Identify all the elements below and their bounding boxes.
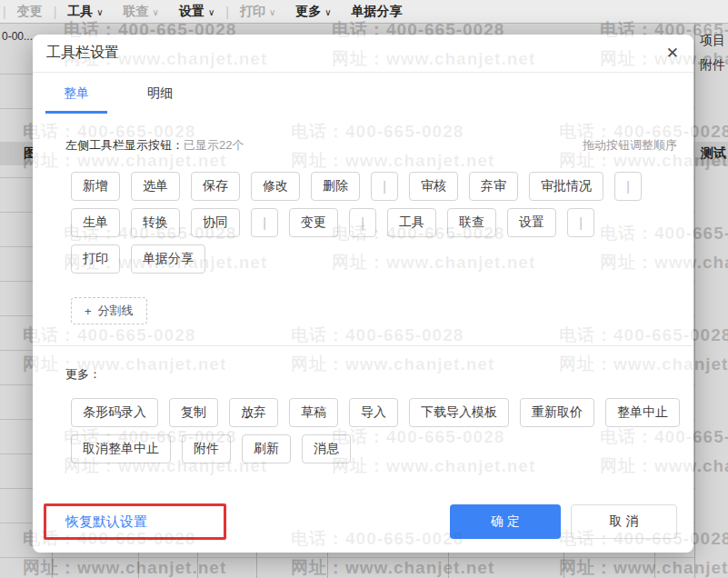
tool-button[interactable]: 条形码录入 <box>71 398 158 427</box>
displayed-buttons-area: 新增选单保存修改删除|审核弃审审批情况|生单转换协同|变更|工具联查设置|打印单… <box>71 172 677 274</box>
separator-pipe-button[interactable]: | <box>251 208 278 237</box>
toolbar-menu-label: 设置 <box>179 4 204 20</box>
tool-button[interactable]: 协同 <box>191 208 240 237</box>
tool-button[interactable]: 打印 <box>71 244 120 274</box>
toolbar-menu-item[interactable]: 设置∨ <box>179 4 214 20</box>
chevron-down-icon: ∨ <box>324 7 331 17</box>
toolbar-menu-item[interactable]: 变更 <box>17 4 43 20</box>
tool-button[interactable]: 刷新 <box>242 434 291 463</box>
tool-button[interactable]: 变更 <box>289 208 338 237</box>
plus-icon: + <box>85 304 92 318</box>
chevron-down-icon: ∨ <box>96 7 103 17</box>
toolbar-separator: | <box>225 5 229 19</box>
more-buttons-area: 条形码录入复制放弃草稿导入下载导入模板重新取价整单中止取消整单中止附件刷新消息 <box>71 398 677 463</box>
button-row: 条形码录入复制放弃草稿导入下载导入模板重新取价整单中止 <box>71 398 677 427</box>
display-summary: 左侧工具栏显示按钮：已显示22个 拖动按钮调整顺序 <box>65 137 677 154</box>
tool-button[interactable]: 消息 <box>302 434 351 463</box>
watermark-text: 电话：400-665-0028 <box>559 324 693 347</box>
dialog-tab[interactable]: 明细 <box>129 85 191 114</box>
dialog-title: 工具栏设置 <box>46 44 119 63</box>
tool-button[interactable]: 放弃 <box>229 398 278 427</box>
more-label: 更多： <box>65 366 693 383</box>
tool-button[interactable]: 附件 <box>182 434 231 463</box>
toolbar-menu-item[interactable]: 更多∨ <box>295 4 331 20</box>
tool-button[interactable]: 下载导入模板 <box>409 398 509 427</box>
tool-button[interactable]: 导入 <box>349 398 398 427</box>
toolbar-menu-label: 联查 <box>124 4 149 20</box>
restore-defaults-link[interactable]: 恢复默认设置 <box>65 513 147 531</box>
chevron-down-icon: ∨ <box>153 7 159 17</box>
toolbar-menu-item[interactable]: 联查∨ <box>124 4 159 20</box>
dialog-footer: 恢复默认设置 确 定 取 消 <box>44 502 677 542</box>
section-divider <box>33 345 693 346</box>
chevron-down-icon: ∨ <box>208 7 214 17</box>
tool-button[interactable]: 选单 <box>131 172 180 201</box>
tool-button[interactable]: 重新取价 <box>520 398 594 427</box>
toolbar-menu-item[interactable]: 工具∨ <box>67 4 103 20</box>
display-label: 左侧工具栏显示按钮： <box>65 138 184 152</box>
watermark-text: 电话：400-665-0028 <box>33 324 195 347</box>
tool-button[interactable]: 修改 <box>251 172 300 201</box>
chevron-down-icon: ∨ <box>269 7 275 17</box>
tool-button[interactable]: 生单 <box>71 208 120 237</box>
confirm-button[interactable]: 确 定 <box>450 504 561 539</box>
toolbar-menu-item[interactable]: 单据分享 <box>352 4 403 20</box>
toolbar-menu-label: 变更 <box>17 4 43 20</box>
display-count: 已显示22个 <box>184 138 244 152</box>
button-row: 打印单据分享 <box>71 244 677 274</box>
toolbar-settings-dialog: 工具栏设置 ✕ 整单明细 左侧工具栏显示按钮：已显示22个 拖动按钮调整顺序 新… <box>33 35 693 553</box>
annotation-highlight-box: 恢复默认设置 <box>44 503 226 540</box>
tool-button[interactable]: 设置 <box>507 208 556 237</box>
tool-button[interactable]: 审批情况 <box>529 172 603 201</box>
tool-button[interactable]: 联查 <box>447 208 496 237</box>
tool-button[interactable]: 保存 <box>191 172 240 201</box>
tool-button[interactable]: 复制 <box>169 398 218 427</box>
add-divider-label: 分割线 <box>98 303 134 319</box>
toolbar-menu-item[interactable]: 打印∨ <box>240 4 275 20</box>
dialog-tabs: 整单明细 <box>45 85 693 114</box>
close-icon[interactable]: ✕ <box>666 45 679 61</box>
toolbar-menu-label: 打印 <box>240 4 265 20</box>
cancel-button[interactable]: 取 消 <box>571 504 677 539</box>
dialog-tab[interactable]: 整单 <box>45 85 107 114</box>
tool-button[interactable]: 取消整单中止 <box>71 434 171 463</box>
button-row: 生单转换协同|变更|工具联查设置| <box>71 208 677 237</box>
separator-pipe-button[interactable]: | <box>349 208 376 237</box>
toolbar-menu-label: 工具 <box>67 4 93 20</box>
tool-button[interactable]: 审核 <box>409 172 458 201</box>
tool-button[interactable]: 弃审 <box>469 172 518 201</box>
tool-button[interactable]: 删除 <box>311 172 360 201</box>
tool-button[interactable]: 单据分享 <box>131 244 205 274</box>
tool-button[interactable]: 草稿 <box>289 398 338 427</box>
separator-pipe-button[interactable]: | <box>614 172 642 201</box>
dialog-header: 工具栏设置 ✕ <box>33 35 693 73</box>
separator-pipe-button[interactable]: | <box>371 172 398 201</box>
toolbar-menu-label: 单据分享 <box>352 4 403 20</box>
tool-button[interactable]: 整单中止 <box>605 398 680 427</box>
add-divider-button[interactable]: + 分割线 <box>71 297 147 324</box>
tool-button[interactable]: 工具 <box>387 208 436 237</box>
footer-actions: 确 定 取 消 <box>450 504 677 539</box>
button-row: 取消整单中止附件刷新消息 <box>71 434 677 463</box>
toolbar-menu-label: 更多 <box>295 4 321 20</box>
drag-hint: 拖动按钮调整顺序 <box>583 137 677 154</box>
button-row: 新增选单保存修改删除|审核弃审审批情况| <box>71 172 677 201</box>
separator-pipe-button[interactable]: | <box>567 208 594 237</box>
tool-button[interactable]: 新增 <box>71 172 120 201</box>
toolbar-separator: | <box>54 5 57 19</box>
tool-button[interactable]: 转换 <box>131 208 180 237</box>
toolbar-separator: | <box>3 5 6 19</box>
top-toolbar: |变更|工具∨联查∨设置∨|打印∨更多∨单据分享 <box>0 0 728 24</box>
watermark-text: 电话：400-665-0028 <box>291 324 464 347</box>
